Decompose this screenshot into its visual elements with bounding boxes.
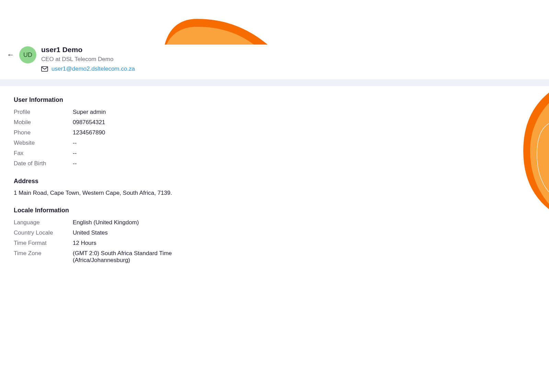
- field-label: Time Format: [14, 240, 73, 247]
- section-title-user-info: User Information: [14, 96, 396, 104]
- field-mobile: Mobile 0987654321: [14, 117, 396, 128]
- field-time-format: Time Format 12 Hours: [14, 238, 396, 248]
- field-value: --: [73, 150, 77, 157]
- user-title: CEO at DSL Telecom Demo: [41, 56, 135, 63]
- field-value: 12 Hours: [73, 240, 96, 247]
- field-value: Super admin: [73, 109, 106, 116]
- field-value: English (United Kingdom): [73, 219, 139, 226]
- field-label: Phone: [14, 129, 73, 136]
- email-row: user1@demo2.dsltelecom.co.za: [41, 66, 135, 72]
- locale-section: Locale Information Language English (Uni…: [14, 207, 396, 265]
- field-language: Language English (United Kingdom): [14, 217, 396, 228]
- field-value: 1234567890: [73, 129, 105, 136]
- details-panel: User Information Profile Super admin Mob…: [0, 86, 410, 285]
- user-name: user1 Demo: [41, 46, 135, 54]
- field-label: Website: [14, 140, 73, 146]
- field-label: Language: [14, 219, 73, 226]
- decorative-blob-right: [522, 93, 549, 209]
- field-country-locale: Country Locale United States: [14, 228, 396, 238]
- back-arrow-icon[interactable]: ←: [7, 51, 14, 59]
- email-link[interactable]: user1@demo2.dsltelecom.co.za: [51, 66, 135, 72]
- address-section: Address 1 Main Road, Cape Town, Western …: [14, 178, 396, 198]
- field-time-zone: Time Zone (GMT 2:0) South Africa Standar…: [14, 248, 396, 265]
- field-profile: Profile Super admin: [14, 107, 396, 117]
- field-value: United States: [73, 229, 108, 236]
- user-header: ← UD user1 Demo CEO at DSL Telecom Demo …: [0, 0, 549, 79]
- field-value: --: [73, 160, 77, 167]
- field-value: 0987654321: [73, 119, 105, 126]
- field-label: Time Zone: [14, 250, 73, 264]
- address-value: 1 Main Road, Cape Town, Western Cape, So…: [14, 188, 396, 198]
- field-value: --: [73, 140, 77, 146]
- section-divider: [0, 79, 549, 86]
- field-website: Website --: [14, 138, 396, 148]
- section-title-locale: Locale Information: [14, 207, 396, 214]
- avatar-initials: UD: [23, 51, 32, 59]
- field-value: (GMT 2:0) South Africa Standard Time (Af…: [73, 250, 172, 264]
- field-label: Date of Birth: [14, 160, 73, 167]
- field-phone: Phone 1234567890: [14, 128, 396, 138]
- mail-icon: [41, 66, 48, 72]
- field-label: Mobile: [14, 119, 73, 126]
- section-title-address: Address: [14, 178, 396, 185]
- field-fax: Fax --: [14, 148, 396, 158]
- user-information-section: User Information Profile Super admin Mob…: [14, 96, 396, 169]
- field-dob: Date of Birth --: [14, 158, 396, 169]
- field-label: Profile: [14, 109, 73, 116]
- field-label: Fax: [14, 150, 73, 157]
- avatar: UD: [19, 46, 36, 63]
- field-label: Country Locale: [14, 229, 73, 236]
- header-info: user1 Demo CEO at DSL Telecom Demo user1…: [41, 46, 135, 72]
